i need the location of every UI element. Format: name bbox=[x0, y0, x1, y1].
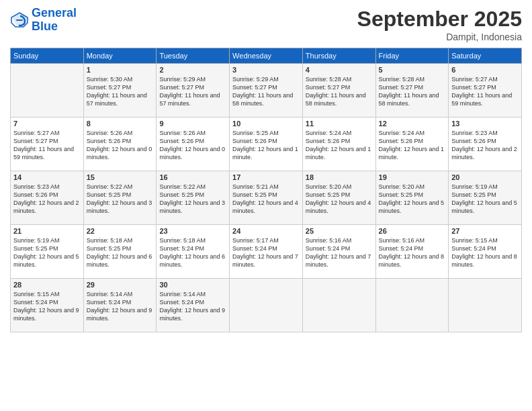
calendar-cell: 24Sunrise: 5:17 AMSunset: 5:24 PMDayligh… bbox=[230, 225, 303, 279]
day-number: 20 bbox=[451, 173, 519, 181]
calendar-cell: 17Sunrise: 5:21 AMSunset: 5:25 PMDayligh… bbox=[230, 171, 303, 225]
calendar-page: General Blue September 2025 Dampit, Indo… bbox=[0, 0, 532, 411]
calendar-cell: 6Sunrise: 5:27 AMSunset: 5:27 PMDaylight… bbox=[449, 64, 522, 118]
calendar-cell: 13Sunrise: 5:23 AMSunset: 5:26 PMDayligh… bbox=[449, 118, 522, 171]
calendar-cell bbox=[302, 279, 375, 332]
day-number: 16 bbox=[159, 173, 226, 181]
calendar-cell: 1Sunrise: 5:30 AMSunset: 5:27 PMDaylight… bbox=[83, 64, 157, 118]
day-number: 26 bbox=[379, 227, 446, 235]
day-info: Sunrise: 5:24 AMSunset: 5:26 PMDaylight:… bbox=[306, 129, 373, 162]
calendar-cell: 28Sunrise: 5:15 AMSunset: 5:24 PMDayligh… bbox=[11, 279, 84, 332]
day-number: 3 bbox=[232, 66, 300, 74]
day-number: 18 bbox=[306, 173, 373, 181]
calendar-cell: 23Sunrise: 5:18 AMSunset: 5:24 PMDayligh… bbox=[157, 225, 230, 279]
day-number: 19 bbox=[379, 173, 446, 181]
calendar-cell: 21Sunrise: 5:19 AMSunset: 5:25 PMDayligh… bbox=[11, 225, 84, 279]
day-number: 14 bbox=[13, 173, 81, 181]
day-number: 2 bbox=[159, 66, 226, 74]
day-number: 21 bbox=[13, 227, 81, 235]
calendar-cell: 9Sunrise: 5:26 AMSunset: 5:26 PMDaylight… bbox=[157, 118, 230, 171]
day-number: 12 bbox=[379, 120, 446, 128]
header: General Blue September 2025 Dampit, Indo… bbox=[10, 7, 522, 42]
day-number: 4 bbox=[306, 66, 373, 74]
calendar-cell: 20Sunrise: 5:19 AMSunset: 5:25 PMDayligh… bbox=[449, 171, 522, 225]
day-info: Sunrise: 5:26 AMSunset: 5:26 PMDaylight:… bbox=[159, 129, 226, 162]
day-info: Sunrise: 5:30 AMSunset: 5:27 PMDaylight:… bbox=[87, 75, 154, 108]
calendar-cell: 25Sunrise: 5:16 AMSunset: 5:24 PMDayligh… bbox=[302, 225, 375, 279]
day-number: 25 bbox=[306, 227, 373, 235]
day-info: Sunrise: 5:19 AMSunset: 5:25 PMDaylight:… bbox=[13, 236, 81, 269]
location: Dampit, Indonesia bbox=[357, 32, 522, 42]
week-row-5: 28Sunrise: 5:15 AMSunset: 5:24 PMDayligh… bbox=[11, 279, 522, 332]
logo: General Blue bbox=[10, 7, 77, 34]
day-number: 24 bbox=[232, 227, 300, 235]
day-info: Sunrise: 5:23 AMSunset: 5:26 PMDaylight:… bbox=[451, 129, 519, 162]
calendar-cell: 27Sunrise: 5:15 AMSunset: 5:24 PMDayligh… bbox=[449, 225, 522, 279]
day-number: 8 bbox=[87, 120, 154, 128]
calendar-cell: 19Sunrise: 5:20 AMSunset: 5:25 PMDayligh… bbox=[375, 171, 449, 225]
day-info: Sunrise: 5:15 AMSunset: 5:24 PMDaylight:… bbox=[451, 236, 519, 269]
calendar-cell: 16Sunrise: 5:22 AMSunset: 5:25 PMDayligh… bbox=[157, 171, 230, 225]
logo-text: General Blue bbox=[32, 7, 77, 34]
calendar-cell: 2Sunrise: 5:29 AMSunset: 5:27 PMDaylight… bbox=[157, 64, 230, 118]
day-info: Sunrise: 5:19 AMSunset: 5:25 PMDaylight:… bbox=[451, 183, 519, 216]
calendar-cell: 30Sunrise: 5:14 AMSunset: 5:24 PMDayligh… bbox=[157, 279, 230, 332]
day-info: Sunrise: 5:26 AMSunset: 5:26 PMDaylight:… bbox=[87, 129, 154, 162]
calendar-cell: 4Sunrise: 5:28 AMSunset: 5:27 PMDaylight… bbox=[302, 64, 375, 118]
day-number: 10 bbox=[232, 120, 300, 128]
day-info: Sunrise: 5:17 AMSunset: 5:24 PMDaylight:… bbox=[232, 236, 300, 269]
day-number: 30 bbox=[159, 281, 226, 289]
day-info: Sunrise: 5:22 AMSunset: 5:25 PMDaylight:… bbox=[87, 183, 154, 216]
day-number: 6 bbox=[451, 66, 519, 74]
calendar-cell bbox=[230, 279, 303, 332]
month-title: September 2025 bbox=[357, 7, 522, 32]
calendar-cell bbox=[449, 279, 522, 332]
day-info: Sunrise: 5:25 AMSunset: 5:26 PMDaylight:… bbox=[232, 129, 300, 162]
calendar-cell bbox=[11, 64, 84, 118]
day-info: Sunrise: 5:27 AMSunset: 5:27 PMDaylight:… bbox=[13, 129, 81, 162]
weekday-header-sunday: Sunday bbox=[11, 48, 84, 64]
week-row-1: 1Sunrise: 5:30 AMSunset: 5:27 PMDaylight… bbox=[11, 64, 522, 118]
calendar-cell bbox=[375, 279, 449, 332]
calendar-cell: 15Sunrise: 5:22 AMSunset: 5:25 PMDayligh… bbox=[83, 171, 157, 225]
day-info: Sunrise: 5:16 AMSunset: 5:24 PMDaylight:… bbox=[379, 236, 446, 269]
day-info: Sunrise: 5:14 AMSunset: 5:24 PMDaylight:… bbox=[87, 290, 154, 323]
day-info: Sunrise: 5:28 AMSunset: 5:27 PMDaylight:… bbox=[306, 75, 373, 108]
calendar-cell: 3Sunrise: 5:29 AMSunset: 5:27 PMDaylight… bbox=[230, 64, 303, 118]
calendar-cell: 26Sunrise: 5:16 AMSunset: 5:24 PMDayligh… bbox=[375, 225, 449, 279]
logo-icon bbox=[10, 11, 29, 30]
weekday-header-thursday: Thursday bbox=[302, 48, 375, 64]
day-info: Sunrise: 5:15 AMSunset: 5:24 PMDaylight:… bbox=[13, 290, 81, 323]
day-info: Sunrise: 5:20 AMSunset: 5:25 PMDaylight:… bbox=[306, 183, 373, 216]
week-row-4: 21Sunrise: 5:19 AMSunset: 5:25 PMDayligh… bbox=[11, 225, 522, 279]
day-number: 17 bbox=[232, 173, 300, 181]
weekday-header-tuesday: Tuesday bbox=[157, 48, 230, 64]
logo-blue: Blue bbox=[32, 19, 58, 33]
week-row-2: 7Sunrise: 5:27 AMSunset: 5:27 PMDaylight… bbox=[11, 118, 522, 171]
title-block: September 2025 Dampit, Indonesia bbox=[357, 7, 522, 42]
week-row-3: 14Sunrise: 5:23 AMSunset: 5:26 PMDayligh… bbox=[11, 171, 522, 225]
weekday-header-wednesday: Wednesday bbox=[230, 48, 303, 64]
day-number: 1 bbox=[87, 66, 154, 74]
day-info: Sunrise: 5:16 AMSunset: 5:24 PMDaylight:… bbox=[306, 236, 373, 269]
day-info: Sunrise: 5:23 AMSunset: 5:26 PMDaylight:… bbox=[13, 183, 81, 216]
day-info: Sunrise: 5:24 AMSunset: 5:26 PMDaylight:… bbox=[379, 129, 446, 162]
day-number: 23 bbox=[159, 227, 226, 235]
calendar-cell: 7Sunrise: 5:27 AMSunset: 5:27 PMDaylight… bbox=[11, 118, 84, 171]
calendar-table: SundayMondayTuesdayWednesdayThursdayFrid… bbox=[10, 48, 522, 332]
day-number: 9 bbox=[159, 120, 226, 128]
day-info: Sunrise: 5:21 AMSunset: 5:25 PMDaylight:… bbox=[232, 183, 300, 216]
day-number: 13 bbox=[451, 120, 519, 128]
calendar-cell: 11Sunrise: 5:24 AMSunset: 5:26 PMDayligh… bbox=[302, 118, 375, 171]
calendar-cell: 22Sunrise: 5:18 AMSunset: 5:25 PMDayligh… bbox=[83, 225, 157, 279]
calendar-cell: 14Sunrise: 5:23 AMSunset: 5:26 PMDayligh… bbox=[11, 171, 84, 225]
day-info: Sunrise: 5:28 AMSunset: 5:27 PMDaylight:… bbox=[379, 75, 446, 108]
day-number: 22 bbox=[87, 227, 154, 235]
day-info: Sunrise: 5:22 AMSunset: 5:25 PMDaylight:… bbox=[159, 183, 226, 216]
day-info: Sunrise: 5:18 AMSunset: 5:24 PMDaylight:… bbox=[159, 236, 226, 269]
day-number: 5 bbox=[379, 66, 446, 74]
day-info: Sunrise: 5:29 AMSunset: 5:27 PMDaylight:… bbox=[159, 75, 226, 108]
day-info: Sunrise: 5:14 AMSunset: 5:24 PMDaylight:… bbox=[159, 290, 226, 323]
calendar-cell: 12Sunrise: 5:24 AMSunset: 5:26 PMDayligh… bbox=[375, 118, 449, 171]
calendar-cell: 10Sunrise: 5:25 AMSunset: 5:26 PMDayligh… bbox=[230, 118, 303, 171]
